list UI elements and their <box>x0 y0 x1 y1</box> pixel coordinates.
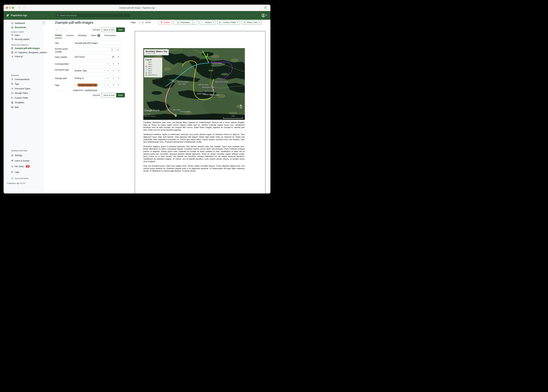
sidebar-item-correspondents[interactable]: Correspondents <box>4 77 43 81</box>
sidebar-item-recently-added[interactable]: Recently Added <box>4 37 43 41</box>
asn-input[interactable] <box>74 49 110 51</box>
storage-path-add-button[interactable]: + <box>110 76 116 80</box>
asn-stepper[interactable] <box>111 48 113 51</box>
filter-funnel-icon <box>11 38 14 41</box>
tags-filter-button[interactable] <box>116 83 121 87</box>
previous-document-button[interactable]: ← <box>59 28 63 32</box>
storage-path-filter-button[interactable] <box>116 76 121 80</box>
actions-button[interactable]: Actions <box>200 20 216 25</box>
island-label: Hausons Island <box>211 62 222 64</box>
sidebar-item-close-all[interactable]: Close all <box>4 54 43 59</box>
correspondent-add-button[interactable]: + <box>110 62 116 66</box>
filter-icon <box>117 63 120 65</box>
island-label: New York Island <box>178 81 188 83</box>
entry-point-swatch <box>145 74 147 76</box>
delete-button[interactable]: Delete <box>159 20 172 25</box>
clear-icon[interactable]: × <box>104 77 107 79</box>
map-image: Boundary Waters Trip Six days in BWCA Le… <box>143 48 245 120</box>
discard-button[interactable]: Discard <box>91 28 101 32</box>
tags-add-button[interactable]: + <box>110 83 116 87</box>
app-brand[interactable]: Paperless-ngx <box>6 11 27 20</box>
form-divider <box>55 91 121 91</box>
island-label: Squirrel Island <box>210 94 220 96</box>
save-next-button[interactable]: Save & next <box>101 28 116 32</box>
map-attribution-1: © 2017 Google <box>144 113 151 115</box>
chevron-down-icon <box>213 22 214 23</box>
window-title: 2sample-pdf-with-images - Paperless-ngx <box>4 5 270 11</box>
close-document-button[interactable]: × <box>55 28 59 32</box>
sidebar-item-templates[interactable]: Templates <box>4 100 43 105</box>
sidebar-item-documentation[interactable]: ? Documentation <box>4 176 43 181</box>
next-document-button[interactable]: → <box>63 28 67 32</box>
sidebar-item-file-tasks[interactable]: File Tasks 16 <box>4 164 43 168</box>
sidebar-item-users-groups[interactable]: Users & Groups <box>4 159 43 163</box>
share-links-button[interactable]: Share Links <box>241 20 262 25</box>
document-nav-group: × ← → <box>55 28 67 32</box>
document-title-heading: 2sample-pdf-with-images <box>55 21 93 25</box>
search-input[interactable] <box>60 14 129 17</box>
pdf-preview-pane[interactable]: Boundary Waters Trip Six days in BWCA Le… <box>135 31 266 193</box>
correspondent-filter-button[interactable] <box>116 62 121 66</box>
sidebar-item-logs[interactable]: Logs <box>4 170 43 174</box>
sidebar-item-inbox[interactable]: Inbox <box>4 33 43 37</box>
sidebar-item-mail[interactable]: Mail <box>4 105 43 109</box>
sidebar-item-custom-fields[interactable]: Custom Fields <box>4 96 43 100</box>
sidebar-section-administration: ADMINISTRATION <box>11 150 27 152</box>
day3-swatch <box>145 66 147 67</box>
search-bar[interactable] <box>55 13 131 18</box>
sidebar-collapse-button[interactable]: « <box>42 21 45 25</box>
tab-content[interactable]: Content <box>66 34 74 38</box>
storage-path-select[interactable]: Testing 12 × <box>73 76 111 80</box>
sidebar-item-tags[interactable]: Tags <box>4 82 43 86</box>
download-options-button[interactable] <box>192 20 196 25</box>
tab-metadata[interactable]: Metadata <box>78 34 87 38</box>
document-type-field: Another Type × + <box>73 68 121 73</box>
date-created-input[interactable] <box>74 56 109 58</box>
hash-icon: # <box>11 87 14 90</box>
title-input[interactable] <box>74 42 120 44</box>
search-icon <box>57 14 59 16</box>
share-icon[interactable] <box>264 6 267 9</box>
sidebar-item-settings[interactable]: Settings <box>4 153 43 157</box>
tab-details[interactable]: Details <box>55 34 62 38</box>
filter-icon <box>117 70 120 72</box>
paragraph: Vestibulum eleifend, ligula a scelerisqu… <box>143 133 245 143</box>
discard-button[interactable]: Discard <box>91 93 101 98</box>
leaf-logo-icon <box>6 14 9 17</box>
document-type-filter-button[interactable] <box>116 68 121 73</box>
app-window: 2sample-pdf-with-images - Paperless-ngx … <box>4 5 270 193</box>
clear-icon[interactable]: × <box>104 84 107 86</box>
page-stepper[interactable] <box>142 21 144 24</box>
save-button[interactable]: Save <box>116 28 125 32</box>
save-button[interactable]: Save <box>116 93 125 98</box>
clear-icon[interactable]: × <box>104 70 107 72</box>
date-filter-button[interactable] <box>116 55 121 59</box>
document-type-add-button[interactable]: + <box>110 68 116 73</box>
sidebar-item-storage-paths[interactable]: Storage Paths <box>4 91 43 95</box>
custom-fields-button[interactable]: Custom Fields <box>217 20 240 25</box>
sidebar-item-dashboard[interactable]: Dashboard <box>4 21 43 25</box>
day6-swatch <box>145 72 147 73</box>
sidebar-item-open-doc-1[interactable]: 2sample-pdf-with-images <box>4 46 43 50</box>
tag-chip[interactable]: Another Sample Tag <box>77 84 98 87</box>
download-button[interactable]: Download <box>173 20 198 25</box>
sidebar-item-document-types[interactable]: # Document Types <box>4 86 43 91</box>
user-menu[interactable] <box>261 13 267 17</box>
tag-suggestion-link[interactable]: TagWithPartial <box>85 89 97 91</box>
save-next-button[interactable]: Save & next <box>101 93 116 98</box>
remove-tag-icon[interactable]: × <box>74 84 76 86</box>
page-number-input[interactable]: 1 <box>137 20 144 25</box>
asn-plus-one-button[interactable]: +1 <box>115 48 121 52</box>
chevron-down-icon <box>237 22 238 23</box>
sidebar-item-documents[interactable]: Documents <box>4 25 43 29</box>
save-group-bottom: Discard Save & next Save <box>91 93 125 98</box>
tab-notes[interactable]: Notes 1 <box>91 34 100 38</box>
calendar-button[interactable] <box>110 55 116 59</box>
title-field <box>73 41 121 45</box>
document-type-select[interactable]: Another Type × <box>73 68 111 73</box>
tags-select[interactable]: × Another Sample Tag × <box>73 83 111 87</box>
tab-permissions[interactable]: Permissions <box>104 34 116 38</box>
correspondent-select[interactable] <box>73 62 111 66</box>
sidebar-item-open-doc-2[interactable]: H7_Napoleon_Bonaparte_zadanie <box>4 50 43 55</box>
filter-icon <box>117 84 120 86</box>
